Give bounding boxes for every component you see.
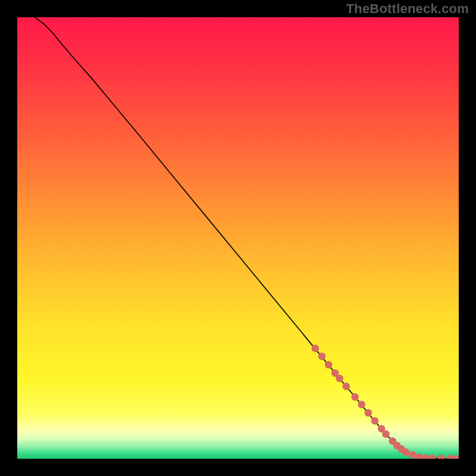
- svg-rect-0: [17, 17, 459, 459]
- chart-root: TheBottleneck.com: [0, 0, 476, 476]
- watermark-text: TheBottleneck.com: [346, 1, 469, 17]
- plot-background: [17, 17, 459, 459]
